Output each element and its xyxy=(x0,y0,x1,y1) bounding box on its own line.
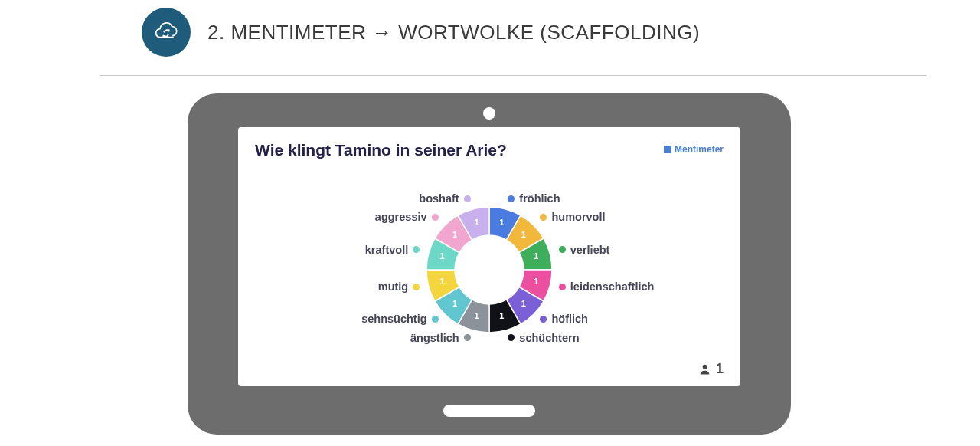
participant-count: 1 xyxy=(698,361,724,377)
segment-count: 1 xyxy=(440,277,445,286)
tablet-camera-icon xyxy=(483,107,495,120)
color-dot-icon xyxy=(413,284,420,290)
segment-count: 1 xyxy=(452,299,457,308)
mentimeter-slide: Wie klingt Tamino in seiner Arie? Mentim… xyxy=(238,127,740,386)
segment-count: 1 xyxy=(475,217,479,226)
page-header: 2. MENTIMETER → WORTWOLKE (SCAFFOLDING) xyxy=(0,0,980,71)
color-dot-icon xyxy=(540,214,547,221)
segment-count: 1 xyxy=(521,230,526,239)
color-dot-icon xyxy=(508,195,514,202)
color-dot-icon xyxy=(540,316,547,323)
segment-label: schüchtern xyxy=(508,332,579,344)
segment-label: kraftvoll xyxy=(365,244,420,256)
segment-label: aggressiv xyxy=(375,211,439,223)
segment-count: 1 xyxy=(534,251,538,261)
divider xyxy=(100,75,926,76)
color-dot-icon xyxy=(559,246,566,253)
segment-label: sehnsüchtig xyxy=(361,313,438,325)
segment-count: 1 xyxy=(475,311,479,320)
section-title: 2. MENTIMETER → WORTWOLKE (SCAFFOLDING) xyxy=(207,21,700,44)
segment-label: mutig xyxy=(378,280,420,293)
segment-count: 1 xyxy=(499,217,504,226)
segment-count: 1 xyxy=(440,251,445,261)
segment-count: 1 xyxy=(534,277,538,286)
person-icon xyxy=(698,362,711,375)
segment-count: 1 xyxy=(452,230,457,239)
segment-label: leidenschaftlich xyxy=(559,280,655,293)
color-dot-icon xyxy=(464,195,471,202)
color-dot-icon xyxy=(432,316,439,323)
slide-title: Wie klingt Tamino in seiner Arie? xyxy=(255,141,507,159)
segment-count: 1 xyxy=(499,311,504,320)
segment-label: ängstlich xyxy=(410,332,471,344)
segment-label: fröhlich xyxy=(508,192,560,205)
color-dot-icon xyxy=(413,246,420,253)
color-dot-icon xyxy=(432,214,439,221)
tablet-frame: Wie klingt Tamino in seiner Arie? Mentim… xyxy=(188,93,791,435)
segment-label: verliebt xyxy=(559,244,610,256)
donut-svg: 111111111111 xyxy=(424,205,554,335)
cloud-sync-icon xyxy=(142,8,191,57)
mentimeter-brand: Mentimeter xyxy=(664,144,724,155)
donut-chart: 111111111111 fröhlichhumorvollverliebtle… xyxy=(424,205,554,335)
brand-logo-icon xyxy=(664,146,671,153)
svg-point-0 xyxy=(703,365,707,369)
segment-label: boshaft xyxy=(419,192,470,205)
color-dot-icon xyxy=(559,284,566,290)
color-dot-icon xyxy=(464,334,471,341)
segment-label: humorvoll xyxy=(540,211,605,223)
color-dot-icon xyxy=(508,334,514,341)
segment-label: höflich xyxy=(540,313,588,325)
segment-count: 1 xyxy=(521,299,526,308)
tablet-home-button xyxy=(443,405,535,417)
